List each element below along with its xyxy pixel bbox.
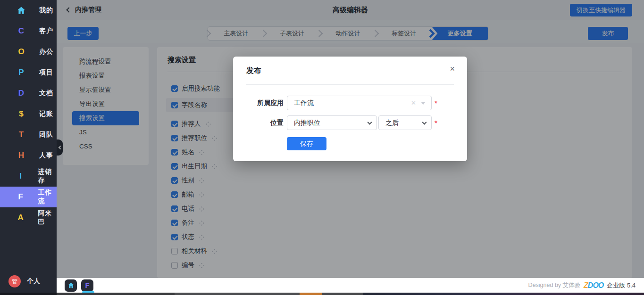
position-select[interactable]: 内推职位 xyxy=(287,115,377,130)
sidebar-item[interactable]: D 文档 xyxy=(0,83,57,104)
user-label: 个人 xyxy=(27,277,40,286)
publish-modal: 发布 × 所属应用 工作流 ✕ * 位置 内推职位 之后 * 保存 xyxy=(233,57,467,161)
sidebar-item[interactable]: O 办公 xyxy=(0,41,57,62)
divider xyxy=(246,84,454,85)
relative-position-select[interactable]: 之后 xyxy=(378,115,432,130)
module-icon: $ xyxy=(16,108,27,120)
clear-icon[interactable]: ✕ xyxy=(411,96,416,110)
close-icon[interactable]: × xyxy=(450,64,455,74)
dock-workflow-button[interactable]: F xyxy=(81,279,93,292)
app-select-value: 工作流 xyxy=(294,99,314,107)
module-icon: F xyxy=(16,191,25,203)
designed-by-text: Designed by 艾体验 xyxy=(528,281,580,289)
module-icon: P xyxy=(16,67,27,78)
sidebar-item[interactable]: C 客户 xyxy=(0,21,57,41)
sidebar-item[interactable]: A 阿米巴 xyxy=(0,207,57,228)
chevron-down-icon xyxy=(368,120,372,124)
caret-down-icon xyxy=(421,102,426,105)
module-icon: A xyxy=(16,212,25,223)
chevron-down-icon xyxy=(422,120,427,124)
app-select-input[interactable]: 工作流 ✕ xyxy=(287,96,432,110)
sidebar-item[interactable]: F 工作流 xyxy=(0,187,57,207)
edition-text: 企业版 5.4 xyxy=(607,281,636,290)
home-icon xyxy=(17,6,26,15)
module-icon: I xyxy=(16,171,25,182)
module-icon: H xyxy=(16,150,27,161)
footer-bar: F Designed by 艾体验 ZDOO 企业版 5.4 xyxy=(57,278,644,293)
sidebar-item-label: 团队 xyxy=(39,131,53,139)
sidebar-item-label: 文档 xyxy=(39,89,53,98)
dock-home-button[interactable] xyxy=(65,279,77,292)
module-icon: T xyxy=(16,129,27,140)
footer-branding: Designed by 艾体验 ZDOO 企业版 5.4 xyxy=(528,281,636,290)
sidebar-item[interactable]: $ 记账 xyxy=(0,104,57,124)
app-root: 我的 C 客户 O 办公 xyxy=(0,0,644,295)
required-marker: * xyxy=(435,96,437,110)
sidebar-item[interactable]: H 人事 xyxy=(0,145,57,166)
sidebar-item[interactable]: P 项目 xyxy=(0,62,57,83)
sidebar-item-label: 阿米巴 xyxy=(38,209,57,226)
sidebar-item-label: 记账 xyxy=(39,110,53,118)
sidebar-item-label: 我的 xyxy=(39,6,53,15)
app-field-row: 所属应用 工作流 ✕ * xyxy=(233,96,467,110)
position-select-value: 内推职位 xyxy=(294,119,320,126)
sidebar-item-label: 人事 xyxy=(39,151,53,160)
sidebar-user[interactable]: 管 个人 xyxy=(0,275,57,287)
sidebar-item-label: 进销存 xyxy=(38,168,57,185)
modal-title: 发布 xyxy=(246,66,261,76)
sidebar-item[interactable]: 我的 xyxy=(0,0,57,21)
module-icon: C xyxy=(16,25,27,37)
position-field-row: 位置 内推职位 之后 * xyxy=(233,115,467,130)
position-field-label: 位置 xyxy=(233,115,284,130)
sidebar-item-label: 项目 xyxy=(39,68,53,77)
zdoo-logo: ZDOO xyxy=(584,281,603,290)
sidebar: 我的 C 客户 O 办公 xyxy=(0,0,57,295)
relative-position-value: 之后 xyxy=(385,119,399,126)
module-icon: D xyxy=(16,88,27,99)
sidebar-item[interactable]: T 团队 xyxy=(0,124,57,145)
required-marker: * xyxy=(435,115,437,130)
bottom-strip xyxy=(0,293,644,295)
sidebar-item[interactable]: I 进销存 xyxy=(0,166,57,187)
save-button[interactable]: 保存 xyxy=(287,137,326,150)
module-icon: O xyxy=(16,46,27,57)
workflow-icon: F xyxy=(85,281,89,289)
sidebar-item-label: 办公 xyxy=(39,48,53,56)
sidebar-item-label: 客户 xyxy=(39,27,53,35)
app-field-label: 所属应用 xyxy=(233,96,284,110)
sidebar-item-label: 工作流 xyxy=(38,188,57,205)
module-icon xyxy=(16,5,27,16)
home-icon xyxy=(67,282,75,289)
avatar: 管 xyxy=(8,275,21,287)
